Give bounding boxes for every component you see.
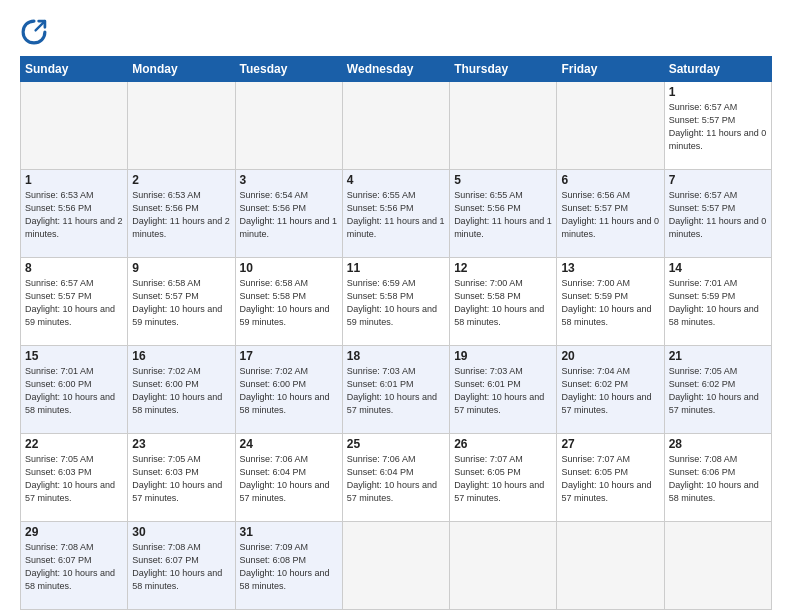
calendar-cell: 12Sunrise: 7:00 AMSunset: 5:58 PMDayligh…: [450, 258, 557, 346]
day-number: 19: [454, 349, 552, 363]
day-number: 29: [25, 525, 123, 539]
day-info: Sunrise: 7:08 AMSunset: 6:07 PMDaylight:…: [132, 541, 230, 593]
day-number: 31: [240, 525, 338, 539]
day-info: Sunrise: 7:02 AMSunset: 6:00 PMDaylight:…: [240, 365, 338, 417]
day-number: 17: [240, 349, 338, 363]
calendar-cell: 19Sunrise: 7:03 AMSunset: 6:01 PMDayligh…: [450, 346, 557, 434]
calendar-header-saturday: Saturday: [664, 57, 771, 82]
day-info: Sunrise: 7:01 AMSunset: 5:59 PMDaylight:…: [669, 277, 767, 329]
day-info: Sunrise: 7:07 AMSunset: 6:05 PMDaylight:…: [561, 453, 659, 505]
day-info: Sunrise: 6:58 AMSunset: 5:58 PMDaylight:…: [240, 277, 338, 329]
day-info: Sunrise: 7:06 AMSunset: 6:04 PMDaylight:…: [347, 453, 445, 505]
day-info: Sunrise: 7:05 AMSunset: 6:03 PMDaylight:…: [132, 453, 230, 505]
calendar-week-5: 29Sunrise: 7:08 AMSunset: 6:07 PMDayligh…: [21, 522, 772, 610]
calendar-cell: [664, 522, 771, 610]
calendar-cell: [342, 522, 449, 610]
day-number: 9: [132, 261, 230, 275]
calendar-cell: 31Sunrise: 7:09 AMSunset: 6:08 PMDayligh…: [235, 522, 342, 610]
day-number: 4: [347, 173, 445, 187]
calendar-cell: [450, 522, 557, 610]
day-number: 12: [454, 261, 552, 275]
calendar-cell: 30Sunrise: 7:08 AMSunset: 6:07 PMDayligh…: [128, 522, 235, 610]
day-number: 7: [669, 173, 767, 187]
day-info: Sunrise: 6:59 AMSunset: 5:58 PMDaylight:…: [347, 277, 445, 329]
day-number: 15: [25, 349, 123, 363]
calendar-cell: [557, 82, 664, 170]
day-number: 16: [132, 349, 230, 363]
calendar-cell: 1Sunrise: 6:57 AMSunset: 5:57 PMDaylight…: [664, 82, 771, 170]
calendar-cell: [235, 82, 342, 170]
calendar-week-4: 22Sunrise: 7:05 AMSunset: 6:03 PMDayligh…: [21, 434, 772, 522]
day-number: 14: [669, 261, 767, 275]
calendar-cell: 1Sunrise: 6:53 AMSunset: 5:56 PMDaylight…: [21, 170, 128, 258]
calendar-cell: 20Sunrise: 7:04 AMSunset: 6:02 PMDayligh…: [557, 346, 664, 434]
day-number: 2: [132, 173, 230, 187]
day-number: 10: [240, 261, 338, 275]
day-info: Sunrise: 6:53 AMSunset: 5:56 PMDaylight:…: [132, 189, 230, 241]
calendar-cell: 2Sunrise: 6:53 AMSunset: 5:56 PMDaylight…: [128, 170, 235, 258]
header: [20, 18, 772, 46]
day-info: Sunrise: 6:53 AMSunset: 5:56 PMDaylight:…: [25, 189, 123, 241]
day-info: Sunrise: 7:08 AMSunset: 6:07 PMDaylight:…: [25, 541, 123, 593]
calendar-cell: 27Sunrise: 7:07 AMSunset: 6:05 PMDayligh…: [557, 434, 664, 522]
day-number: 11: [347, 261, 445, 275]
calendar-cell: 3Sunrise: 6:54 AMSunset: 5:56 PMDaylight…: [235, 170, 342, 258]
calendar-cell: 28Sunrise: 7:08 AMSunset: 6:06 PMDayligh…: [664, 434, 771, 522]
calendar-week-3: 15Sunrise: 7:01 AMSunset: 6:00 PMDayligh…: [21, 346, 772, 434]
day-number: 26: [454, 437, 552, 451]
day-info: Sunrise: 6:55 AMSunset: 5:56 PMDaylight:…: [347, 189, 445, 241]
day-number: 25: [347, 437, 445, 451]
day-number: 27: [561, 437, 659, 451]
calendar-header-thursday: Thursday: [450, 57, 557, 82]
day-info: Sunrise: 7:00 AMSunset: 5:58 PMDaylight:…: [454, 277, 552, 329]
day-number: 30: [132, 525, 230, 539]
day-info: Sunrise: 7:05 AMSunset: 6:03 PMDaylight:…: [25, 453, 123, 505]
calendar-cell: 23Sunrise: 7:05 AMSunset: 6:03 PMDayligh…: [128, 434, 235, 522]
calendar-header-tuesday: Tuesday: [235, 57, 342, 82]
calendar-cell: 25Sunrise: 7:06 AMSunset: 6:04 PMDayligh…: [342, 434, 449, 522]
calendar-cell: [450, 82, 557, 170]
logo: [20, 18, 52, 46]
calendar-cell: [557, 522, 664, 610]
day-info: Sunrise: 7:04 AMSunset: 6:02 PMDaylight:…: [561, 365, 659, 417]
calendar-cell: 10Sunrise: 6:58 AMSunset: 5:58 PMDayligh…: [235, 258, 342, 346]
day-number: 28: [669, 437, 767, 451]
day-info: Sunrise: 7:00 AMSunset: 5:59 PMDaylight:…: [561, 277, 659, 329]
day-info: Sunrise: 6:58 AMSunset: 5:57 PMDaylight:…: [132, 277, 230, 329]
calendar-table: SundayMondayTuesdayWednesdayThursdayFrid…: [20, 56, 772, 610]
calendar-cell: 7Sunrise: 6:57 AMSunset: 5:57 PMDaylight…: [664, 170, 771, 258]
calendar-week-2: 8Sunrise: 6:57 AMSunset: 5:57 PMDaylight…: [21, 258, 772, 346]
logo-icon: [20, 18, 48, 46]
day-number: 13: [561, 261, 659, 275]
day-info: Sunrise: 6:57 AMSunset: 5:57 PMDaylight:…: [669, 189, 767, 241]
day-info: Sunrise: 7:01 AMSunset: 6:00 PMDaylight:…: [25, 365, 123, 417]
calendar-cell: 6Sunrise: 6:56 AMSunset: 5:57 PMDaylight…: [557, 170, 664, 258]
day-info: Sunrise: 7:03 AMSunset: 6:01 PMDaylight:…: [454, 365, 552, 417]
calendar-cell: 8Sunrise: 6:57 AMSunset: 5:57 PMDaylight…: [21, 258, 128, 346]
day-info: Sunrise: 7:02 AMSunset: 6:00 PMDaylight:…: [132, 365, 230, 417]
day-info: Sunrise: 7:06 AMSunset: 6:04 PMDaylight:…: [240, 453, 338, 505]
day-number: 3: [240, 173, 338, 187]
day-number: 1: [25, 173, 123, 187]
day-info: Sunrise: 7:07 AMSunset: 6:05 PMDaylight:…: [454, 453, 552, 505]
calendar-cell: 5Sunrise: 6:55 AMSunset: 5:56 PMDaylight…: [450, 170, 557, 258]
calendar-cell: 22Sunrise: 7:05 AMSunset: 6:03 PMDayligh…: [21, 434, 128, 522]
calendar-week-1: 1Sunrise: 6:53 AMSunset: 5:56 PMDaylight…: [21, 170, 772, 258]
day-number: 24: [240, 437, 338, 451]
day-number: 22: [25, 437, 123, 451]
calendar-cell: 21Sunrise: 7:05 AMSunset: 6:02 PMDayligh…: [664, 346, 771, 434]
calendar-cell: [128, 82, 235, 170]
calendar-cell: 18Sunrise: 7:03 AMSunset: 6:01 PMDayligh…: [342, 346, 449, 434]
calendar-header-friday: Friday: [557, 57, 664, 82]
calendar-body: 1Sunrise: 6:57 AMSunset: 5:57 PMDaylight…: [21, 82, 772, 610]
day-info: Sunrise: 6:57 AMSunset: 5:57 PMDaylight:…: [669, 101, 767, 153]
day-number: 20: [561, 349, 659, 363]
calendar-cell: 13Sunrise: 7:00 AMSunset: 5:59 PMDayligh…: [557, 258, 664, 346]
calendar-cell: [342, 82, 449, 170]
day-number: 18: [347, 349, 445, 363]
calendar-cell: 24Sunrise: 7:06 AMSunset: 6:04 PMDayligh…: [235, 434, 342, 522]
calendar-cell: 4Sunrise: 6:55 AMSunset: 5:56 PMDaylight…: [342, 170, 449, 258]
day-info: Sunrise: 6:56 AMSunset: 5:57 PMDaylight:…: [561, 189, 659, 241]
calendar-header-wednesday: Wednesday: [342, 57, 449, 82]
calendar-cell: [21, 82, 128, 170]
